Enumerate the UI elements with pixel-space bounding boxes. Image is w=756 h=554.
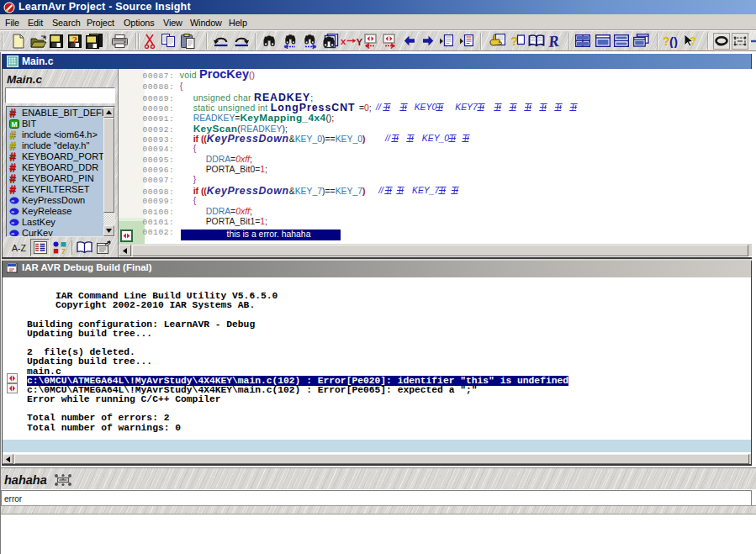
svg-text:Y: Y <box>357 37 363 47</box>
svg-text:R: R <box>548 34 560 49</box>
svg-text:?: ? <box>510 34 518 48</box>
svg-text:?: ? <box>72 34 77 46</box>
svg-text:(): () <box>669 34 678 48</box>
svg-text:7: 7 <box>61 247 66 255</box>
svg-text:x: x <box>341 36 346 46</box>
